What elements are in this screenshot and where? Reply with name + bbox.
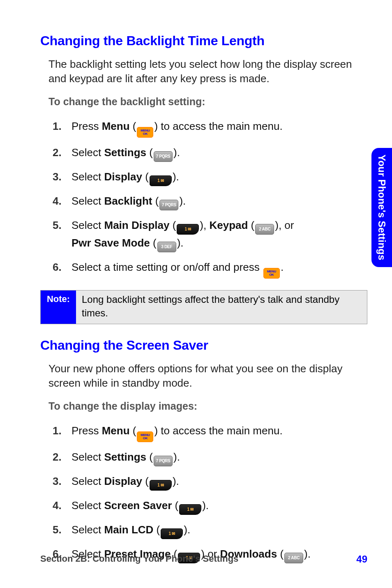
menu-ok-key-icon: MENUOK xyxy=(137,431,153,442)
key-1-icon: 1 ✉ xyxy=(161,528,183,539)
side-tab-label: Your Phone's Settings xyxy=(375,154,388,261)
steps-screensaver: Press Menu (MENUOK) to access the main m… xyxy=(53,422,355,563)
key-1-icon: 1 ✉ xyxy=(150,480,172,491)
list-item: Select Screen Saver (1 ✉). xyxy=(71,497,355,515)
page: Your Phone's Settings Changing the Backl… xyxy=(0,0,392,588)
list-item: Select Display (1 ✉). xyxy=(71,168,355,186)
key-7-icon: 7 PQRS xyxy=(159,200,178,210)
subhead-screensaver: To change the display images: xyxy=(48,399,359,413)
note-label: Note: xyxy=(41,291,76,324)
key-3-icon: 3 DEF xyxy=(157,242,176,252)
list-item: Select Main Display (1 ✉), Keypad (2 ABC… xyxy=(71,217,355,252)
list-item: Select a time setting or on/off and pres… xyxy=(71,259,355,279)
page-footer: Section 2B: Controlling Your Phone's Set… xyxy=(40,553,367,566)
key-2-icon: 2 ABC xyxy=(255,224,274,235)
key-1-icon: 1 ✉ xyxy=(179,504,201,515)
list-item: Press Menu (MENUOK) to access the main m… xyxy=(71,422,355,442)
key-7-icon: 7 PQRS xyxy=(154,151,173,162)
footer-section: Section 2B: Controlling Your Phone's Set… xyxy=(40,553,238,566)
heading-backlight: Changing the Backlight Time Length xyxy=(40,32,367,50)
list-item: Select Settings (7 PQRS). xyxy=(71,449,355,466)
list-item: Select Display (1 ✉). xyxy=(71,473,355,491)
note-text: Long backlight settings affect the batte… xyxy=(76,291,367,324)
intro-backlight: The backlight setting lets you select ho… xyxy=(48,57,359,86)
menu-ok-key-icon: MENUOK xyxy=(137,127,153,138)
key-7-icon: 7 PQRS xyxy=(154,456,173,466)
list-item: Select Settings (7 PQRS). xyxy=(71,144,355,162)
heading-screensaver: Changing the Screen Saver xyxy=(40,337,367,354)
subhead-backlight: To change the backlight setting: xyxy=(48,95,359,109)
side-tab: Your Phone's Settings xyxy=(371,148,392,267)
footer-page-number: 49 xyxy=(356,553,367,566)
list-item: Press Menu (MENUOK) to access the main m… xyxy=(71,118,355,138)
steps-backlight: Press Menu (MENUOK) to access the main m… xyxy=(53,118,355,279)
note-box: Note: Long backlight settings affect the… xyxy=(40,290,367,324)
intro-screensaver: Your new phone offers options for what y… xyxy=(48,362,359,390)
key-1-icon: 1 ✉ xyxy=(150,175,172,186)
list-item: Select Main LCD (1 ✉). xyxy=(71,521,355,539)
key-1-icon: 1 ✉ xyxy=(177,224,199,235)
menu-ok-key-icon: MENUOK xyxy=(263,268,280,279)
list-item: Select Backlight (7 PQRS). xyxy=(71,193,355,210)
